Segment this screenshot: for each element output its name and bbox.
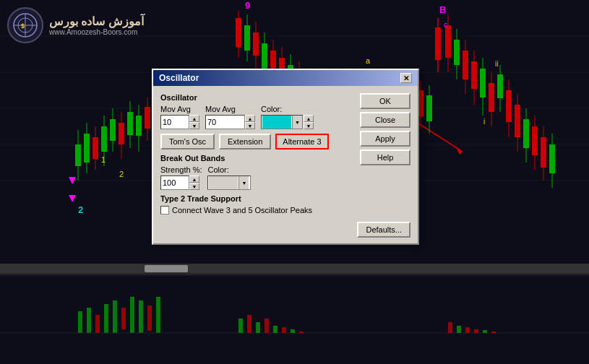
logo-title: آموزش ساده بورس [49, 14, 144, 28]
connect-wave-checkbox[interactable] [160, 206, 169, 214]
svg-text:$: $ [21, 22, 25, 30]
breakout-section-label: Break Out Bands [160, 154, 354, 162]
svg-rect-16 [110, 119, 116, 141]
strength-input[interactable] [160, 176, 189, 190]
svg-rect-33 [445, 25, 451, 58]
svg-rect-43 [489, 83, 494, 112]
breakout-color-arrow[interactable]: ▼ [238, 176, 249, 189]
svg-text:ii: ii [495, 60, 498, 68]
svg-text:9: 9 [245, 0, 250, 11]
svg-rect-134 [291, 329, 295, 333]
logo-subtitle: www.Amoozesh-Boors.com [49, 28, 144, 36]
svg-marker-27 [69, 177, 76, 184]
svg-text:1: 1 [101, 155, 106, 164]
breakout-color-group: Color: ▼ [207, 165, 251, 190]
mov-avg-1-group: Mov Avg ▲ ▼ [160, 105, 199, 129]
color-dropdown[interactable]: ▼ [261, 115, 303, 129]
strength-down-arrow[interactable]: ▼ [189, 183, 199, 190]
svg-rect-138 [465, 327, 470, 333]
svg-rect-119 [95, 315, 100, 333]
svg-line-5 [412, 119, 463, 152]
svg-text:2: 2 [78, 204, 83, 215]
dialog-title: Oscillator [159, 73, 199, 83]
svg-rect-51 [523, 119, 529, 148]
logo-icon: $ [7, 7, 43, 43]
breakout-color-swatch [209, 176, 238, 189]
svg-rect-135 [299, 332, 304, 333]
svg-rect-121 [113, 300, 117, 333]
type2-checkbox-row: Connect Wave 3 and 5 Oscillator Peaks [160, 206, 354, 214]
color-up-arrow[interactable]: ▲ [304, 115, 314, 122]
svg-text:a: a [366, 56, 371, 65]
color-group: Color: ▼ ▲ ▼ [261, 105, 314, 129]
dialog-close-button[interactable]: ✕ [400, 73, 412, 83]
scrollbar-thumb[interactable] [145, 265, 188, 272]
help-button[interactable]: Help [360, 150, 410, 165]
mov-avg-row: Mov Avg ▲ ▼ Mov Avg ▲ [160, 105, 354, 129]
toms-osc-button[interactable]: Tom's Osc [160, 134, 215, 150]
svg-rect-53 [532, 126, 538, 155]
svg-text:i: i [483, 118, 485, 126]
svg-rect-12 [93, 137, 98, 159]
mov-avg-1-up-arrow[interactable]: ▲ [189, 115, 199, 122]
connect-wave-label: Connect Wave 3 and 5 Oscillator Peaks [172, 206, 312, 214]
alternate3-button[interactable]: Alternate 3 [275, 134, 328, 150]
color-dropdown-arrow[interactable]: ▼ [292, 116, 302, 129]
svg-rect-22 [136, 116, 142, 136]
mov-avg-2-arrows: ▲ ▼ [245, 115, 255, 129]
mov-avg-2-up-arrow[interactable]: ▲ [245, 115, 255, 122]
svg-rect-45 [497, 74, 503, 98]
svg-rect-10 [84, 134, 90, 162]
svg-rect-8 [75, 144, 81, 166]
close-button[interactable]: Close [360, 112, 410, 128]
svg-rect-129 [247, 315, 251, 333]
dialog-left-column: Oscillator Mov Avg ▲ ▼ Mov Avg [160, 93, 354, 214]
breakout-color-dropdown[interactable]: ▼ [207, 176, 251, 190]
apply-button[interactable]: Apply [360, 131, 410, 147]
mov-avg-2-down-arrow[interactable]: ▼ [245, 122, 255, 129]
svg-rect-49 [515, 105, 520, 137]
svg-rect-132 [273, 326, 278, 333]
svg-rect-24 [145, 107, 150, 129]
strength-group: Strength %: ▲ ▼ [160, 165, 202, 190]
mov-avg-1-input[interactable] [160, 115, 189, 129]
color-down-arrow[interactable]: ▼ [304, 122, 314, 129]
svg-rect-133 [282, 327, 286, 333]
type2-section: Type 2 Trade Support Connect Wave 3 and … [160, 194, 354, 214]
svg-rect-18 [119, 123, 124, 144]
svg-rect-128 [238, 318, 243, 333]
svg-text:c: c [444, 20, 448, 29]
svg-text:B: B [439, 4, 446, 15]
strength-arrows: ▲ ▼ [189, 176, 199, 190]
svg-rect-123 [130, 297, 134, 333]
extension-button[interactable]: Extension [219, 134, 271, 150]
dialog-right-column: OK Close Apply Help [360, 93, 410, 214]
svg-rect-130 [256, 322, 260, 333]
mov-avg-2-input[interactable] [205, 115, 245, 129]
ok-button[interactable]: OK [360, 93, 410, 109]
breakout-row: Strength %: ▲ ▼ Color: [160, 165, 354, 190]
svg-rect-109 [426, 95, 432, 121]
svg-rect-57 [549, 144, 555, 173]
oscillator-buttons-row: Tom's Osc Extension Alternate 3 [160, 134, 354, 150]
svg-rect-20 [127, 112, 133, 135]
svg-rect-71 [262, 43, 267, 69]
svg-text:2: 2 [119, 170, 124, 178]
mov-avg-1-spinner: ▲ ▼ [160, 115, 199, 129]
svg-rect-126 [156, 297, 160, 333]
oscillator-dialog: Oscillator ✕ Oscillator Mov Avg ▲ ▼ [152, 69, 419, 245]
oscillator-area [0, 274, 589, 364]
mov-avg-1-down-arrow[interactable]: ▼ [189, 122, 199, 129]
strength-up-arrow[interactable]: ▲ [189, 176, 199, 183]
svg-rect-47 [506, 90, 512, 122]
svg-rect-117 [78, 311, 82, 333]
svg-rect-140 [483, 330, 487, 333]
svg-rect-141 [491, 332, 496, 333]
defaults-button[interactable]: Defaults... [357, 222, 410, 238]
dialog-bottom: Defaults... [153, 222, 418, 243]
svg-rect-65 [236, 18, 241, 47]
logo-area: $ آموزش ساده بورس www.Amoozesh-Boors.com [7, 7, 144, 43]
horizontal-scrollbar[interactable] [0, 264, 589, 274]
color-label: Color: [261, 105, 314, 113]
svg-rect-69 [253, 32, 259, 56]
